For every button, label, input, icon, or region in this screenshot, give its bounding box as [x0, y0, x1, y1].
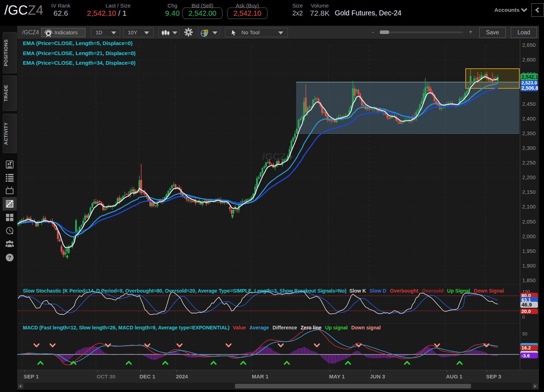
svg-text:2,150: 2,150 — [522, 189, 536, 195]
svg-text:2,050: 2,050 — [522, 219, 536, 225]
svg-text:2,300: 2,300 — [522, 145, 536, 151]
svg-text:2,506.8: 2,506.8 — [521, 85, 538, 91]
svg-text:1,950: 1,950 — [522, 248, 536, 254]
svg-text:Slow Stochastic (K Period=14,: Slow Stochastic (K Period=14, D Period=9… — [23, 288, 504, 294]
svg-text:2,250: 2,250 — [522, 160, 536, 166]
svg-text:?: ? — [8, 254, 11, 260]
svg-text:0: 0 — [522, 314, 525, 320]
svg-text:2,450: 2,450 — [522, 101, 536, 107]
svg-text:2,650: 2,650 — [522, 42, 536, 48]
svg-text:46.9: 46.9 — [521, 302, 532, 308]
svg-text:2,542.1: 2,542.1 — [521, 74, 538, 80]
svg-text:2,400: 2,400 — [522, 116, 536, 122]
svg-text:16.2: 16.2 — [521, 345, 531, 351]
svg-text:MACD (Fast length=12, Slow len: MACD (Fast length=12, Slow length=26, MA… — [23, 325, 381, 330]
svg-text:2,200: 2,200 — [522, 174, 536, 180]
svg-text:EMA (Price=CLOSE, Length=5, Di: EMA (Price=CLOSE, Length=5, Displace=0)E… — [23, 40, 136, 66]
svg-text:-3.6: -3.6 — [521, 353, 530, 358]
svg-text:50: 50 — [522, 331, 527, 337]
svg-text:1,850: 1,850 — [522, 277, 536, 283]
svg-text:20.0: 20.0 — [521, 309, 531, 314]
svg-text:2,000: 2,000 — [522, 233, 536, 239]
svg-text:2,350: 2,350 — [522, 130, 536, 136]
svg-text:2,600: 2,600 — [522, 57, 536, 63]
svg-text:2,100: 2,100 — [522, 204, 536, 210]
svg-text:1,900: 1,900 — [522, 263, 536, 269]
svg-text:2,523.0: 2,523.0 — [521, 80, 537, 85]
